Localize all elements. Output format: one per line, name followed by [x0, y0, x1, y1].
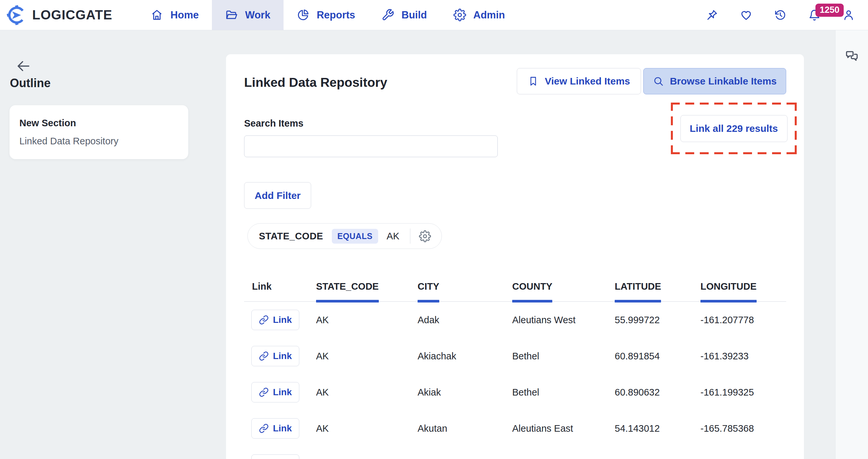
- table-row: Link AK Akiak Bethel 60.890632 -161.1993…: [244, 374, 786, 410]
- chain-link-icon: [259, 387, 269, 397]
- column-header-link: Link: [252, 281, 272, 292]
- browse-linkable-items-button[interactable]: Browse Linkable Items: [643, 68, 786, 94]
- history-icon[interactable]: [774, 9, 786, 21]
- browse-linkable-items-label: Browse Linkable Items: [670, 76, 777, 87]
- link-button-label: Link: [273, 351, 292, 361]
- link-button-label: Link: [273, 423, 292, 434]
- cell-latitude: 60.890632: [615, 387, 701, 398]
- user-icon[interactable]: [842, 9, 855, 21]
- column-header-latitude[interactable]: LATITUDE: [615, 281, 661, 292]
- cell-longitude: -161.199325: [701, 387, 786, 398]
- nav-right-icons: 1250: [706, 9, 855, 21]
- nav-item-reports[interactable]: Reports: [283, 0, 368, 30]
- cell-city: Akutan: [417, 423, 512, 434]
- home-icon: [151, 8, 163, 21]
- outline-item-linked-data-repository[interactable]: Linked Data Repository: [20, 136, 178, 147]
- right-rail: [835, 30, 868, 459]
- cell-latitude: 55.999722: [615, 315, 701, 325]
- wrench-icon: [381, 8, 394, 21]
- cell-state-code: AK: [316, 423, 417, 434]
- chat-bubbles-icon[interactable]: [844, 49, 860, 459]
- filter-settings-gear-icon[interactable]: [419, 230, 431, 242]
- cell-county: Bethel: [512, 351, 615, 362]
- add-filter-label: Add Filter: [255, 190, 301, 201]
- view-linked-items-label: View Linked Items: [545, 76, 630, 87]
- logicgate-logo-icon: [7, 5, 27, 25]
- column-header-state-code[interactable]: STATE_CODE: [316, 281, 379, 292]
- view-linked-items-button[interactable]: View Linked Items: [517, 68, 641, 94]
- pie-chart-icon: [297, 8, 309, 21]
- link-row-button[interactable]: Link: [251, 382, 299, 402]
- nav-item-home[interactable]: Home: [137, 0, 212, 30]
- bell-icon[interactable]: 1250: [808, 9, 821, 21]
- cell-city: Akiachak: [417, 351, 512, 362]
- nav-items: Home Work Reports: [137, 0, 518, 30]
- cell-longitude: -161.39233: [701, 351, 786, 362]
- back-arrow-icon[interactable]: [14, 58, 32, 74]
- folder-icon: [225, 8, 238, 21]
- cell-latitude: 54.143012: [615, 423, 701, 434]
- link-row-button[interactable]: Link: [251, 454, 299, 459]
- top-nav: LOGICGATE Home Work: [0, 0, 868, 30]
- search-icon: [653, 76, 664, 87]
- cell-state-code: AK: [316, 315, 417, 325]
- chain-link-icon: [259, 351, 269, 361]
- nav-item-build[interactable]: Build: [368, 0, 440, 30]
- table-row: Link AK Adak Aleutians West 55.999722 -1…: [244, 302, 786, 338]
- add-filter-button[interactable]: Add Filter: [244, 182, 311, 209]
- outline-title: Outline: [10, 76, 51, 90]
- table-header-row: Link STATE_CODE CITY COUNTY LATITUDE LON…: [244, 281, 786, 302]
- table-row-clipped: Link: [244, 447, 786, 459]
- cell-latitude: 60.891854: [615, 351, 701, 362]
- page-title: Linked Data Repository: [244, 75, 388, 90]
- cell-county: Aleutians East: [512, 423, 615, 434]
- nav-item-work[interactable]: Work: [212, 0, 283, 30]
- outline-section-title: New Section: [20, 118, 178, 128]
- link-button-label: Link: [273, 387, 292, 398]
- filter-operator-badge: EQUALS: [332, 229, 378, 243]
- nav-item-label: Work: [245, 9, 270, 21]
- cell-state-code: AK: [316, 387, 417, 398]
- annotation-highlight-box: Link all 229 results: [671, 103, 797, 154]
- bookmark-icon: [528, 76, 539, 87]
- link-row-button[interactable]: Link: [251, 346, 299, 366]
- gear-icon: [454, 8, 466, 21]
- link-all-results-button[interactable]: Link all 229 results: [680, 115, 787, 142]
- outline-card: New Section Linked Data Repository: [9, 105, 188, 159]
- link-button-label: Link: [273, 315, 292, 325]
- logo-text: LOGICGATE: [32, 7, 112, 22]
- link-row-button[interactable]: Link: [251, 418, 299, 439]
- table-row: Link AK Akiachak Bethel 60.891854 -161.3…: [244, 338, 786, 374]
- nav-item-label: Build: [401, 9, 427, 21]
- logicgate-logo[interactable]: LOGICGATE: [7, 5, 112, 25]
- view-mode-buttons: View Linked Items Browse Linkable Items: [517, 68, 786, 94]
- filter-chip[interactable]: STATE_CODE EQUALS AK: [247, 223, 442, 249]
- main-card: Linked Data Repository View Linked Items…: [226, 54, 804, 459]
- linkable-items-table: Link STATE_CODE CITY COUNTY LATITUDE LON…: [244, 281, 786, 459]
- nav-item-label: Admin: [473, 9, 505, 21]
- chain-link-icon: [259, 424, 269, 433]
- cell-city: Adak: [417, 315, 512, 325]
- nav-item-admin[interactable]: Admin: [440, 0, 518, 30]
- cell-longitude: -165.785368: [701, 423, 786, 434]
- search-items-label: Search Items: [244, 118, 304, 129]
- nav-item-label: Home: [170, 9, 199, 21]
- column-header-county[interactable]: COUNTY: [512, 281, 552, 292]
- chain-link-icon: [259, 315, 269, 325]
- table-row: Link AK Akutan Aleutians East 54.143012 …: [244, 410, 786, 447]
- cell-county: Aleutians West: [512, 315, 615, 325]
- chip-divider: [410, 229, 410, 243]
- nav-item-label: Reports: [317, 9, 355, 21]
- cell-longitude: -161.207778: [701, 315, 786, 325]
- column-header-longitude[interactable]: LONGITUDE: [701, 281, 756, 292]
- cell-state-code: AK: [316, 351, 417, 362]
- cell-county: Bethel: [512, 387, 615, 398]
- link-all-results-label: Link all 229 results: [690, 123, 778, 134]
- pin-icon[interactable]: [706, 9, 718, 21]
- heart-icon[interactable]: [740, 9, 752, 21]
- search-items-input[interactable]: [244, 136, 498, 157]
- filter-field: STATE_CODE: [259, 231, 323, 242]
- column-header-city[interactable]: CITY: [417, 281, 439, 292]
- link-row-button[interactable]: Link: [251, 310, 299, 330]
- cell-city: Akiak: [417, 387, 512, 398]
